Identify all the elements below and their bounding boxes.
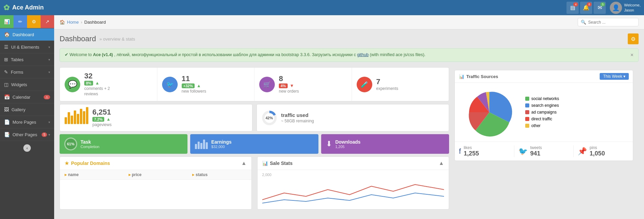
eb-1: [195, 144, 197, 149]
sidebar-item-other-pages[interactable]: 📑Other Pages 5 ▾: [0, 128, 54, 141]
sidebar-item-ui-elements[interactable]: ☰UI & Elements ▾: [0, 41, 54, 53]
breadcrumb: 🏠 Home › Dashboard: [60, 20, 106, 25]
traffic-sublabel: ~ 58GB remaining: [281, 119, 314, 123]
brand: ✿ Ace Admin: [3, 3, 44, 12]
pageviews-label: pageviews: [92, 122, 112, 127]
other-icon: 📑: [4, 132, 10, 137]
main-content: 💬 32 8% ▲ comments + 2 reviews: [54, 65, 454, 210]
github-link[interactable]: github: [357, 52, 369, 57]
experiments-label: experiments: [376, 86, 398, 91]
tweets-label: tweets: [530, 145, 542, 150]
forms-icon: ✎: [4, 69, 8, 75]
search-input[interactable]: [588, 20, 636, 25]
sidebar-tool-share[interactable]: ↗: [41, 15, 54, 28]
pageviews-arrow: ▲: [106, 117, 111, 122]
sidebar-item-gallery[interactable]: 🖼Gallery: [0, 103, 54, 116]
brand-text: Ace Admin: [12, 4, 44, 11]
top-nav: ✿ Ace Admin ▤ 4 🔔 8 ✉ 5 👤 Welcome, Jason: [0, 0, 644, 15]
messages-btn[interactable]: ▤ 4: [567, 2, 579, 14]
envelope-btn[interactable]: ✉ 5: [594, 2, 606, 14]
bell-btn[interactable]: 🔔 8: [580, 2, 592, 14]
pins-count: 1,050: [590, 150, 605, 157]
followers-label: new followers: [182, 89, 206, 94]
likes-count: 1,255: [464, 150, 479, 157]
legend-social: social networks: [525, 96, 559, 101]
comments-label2: reviews: [84, 92, 110, 96]
stats-row-1: 💬 32 8% ▲ comments + 2 reviews: [60, 67, 449, 101]
widgets-icon: ◫: [4, 82, 8, 87]
sidebar-tool-settings[interactable]: ⚙: [27, 15, 41, 28]
right-panel: 📊 Traffic Sources This Week ▾: [454, 65, 644, 210]
legend-search: search engines: [525, 103, 559, 108]
sale-collapse-btn[interactable]: ▲: [439, 160, 444, 166]
social-stats-row: f likes 1,255 🐦 tweets 941: [455, 142, 633, 161]
col-status-icon: ▸: [192, 172, 194, 177]
legend-dot-search: [525, 103, 529, 107]
orders-label: new orders: [279, 89, 299, 94]
social-likes: f likes 1,255: [459, 145, 510, 157]
col-name[interactable]: ▸ name: [60, 170, 124, 179]
forms-arrow-icon: ▾: [48, 70, 50, 74]
domains-title: ★ Popular Domains: [65, 161, 110, 166]
legend-label-search: search engines: [531, 103, 559, 108]
traffic-legend: social networks search engines ad campai…: [525, 96, 559, 128]
earnings-title: Earnings: [211, 139, 231, 145]
sidebar-item-tables[interactable]: ⊞Tables ▾: [0, 53, 54, 66]
popular-domains-panel: ★ Popular Domains ▲ ▸ name ▸: [60, 156, 252, 210]
legend-ad: ad campaigns: [525, 110, 559, 115]
pageviews-chart: [65, 112, 88, 124]
breadcrumb-home[interactable]: Home: [67, 20, 79, 25]
comments-icon-circle: 💬: [65, 77, 80, 92]
bell-badge: 8: [587, 2, 592, 6]
col-price[interactable]: ▸ price: [124, 170, 188, 179]
sidebar-item-more-pages[interactable]: 📄More Pages ▾: [0, 116, 54, 128]
legend-dot-direct: [525, 117, 529, 121]
sidebar-collapse-btn[interactable]: ‹: [23, 144, 31, 152]
earnings-subtitle: $32,000: [211, 145, 231, 149]
stat-comments: 💬 32 8% ▲ comments + 2 reviews: [60, 68, 157, 101]
search-bar[interactable]: 🔍: [578, 18, 639, 26]
breadcrumb-sep: ›: [81, 20, 82, 25]
social-tweets: 🐦 tweets 941: [514, 145, 570, 157]
sidebar-item-widgets[interactable]: ◫Widgets: [0, 78, 54, 91]
stats-row-2: 6,251 7.2% ▲ pageviews: [60, 104, 449, 131]
ui-arrow-icon: ▾: [48, 45, 50, 49]
sidebar-label-tables: Tables: [11, 57, 24, 62]
gallery-icon: 🖼: [4, 107, 9, 112]
sidebar-item-calendar[interactable]: 📅Calendar ⚠: [0, 91, 54, 103]
sidebar-item-dashboard[interactable]: 🏠Dashboard: [0, 28, 54, 41]
legend-dot-other: [525, 124, 529, 128]
other-arrow-icon: ▾: [48, 133, 50, 137]
this-week-btn[interactable]: This Week ▾: [600, 73, 629, 80]
sidebar-tool-edit[interactable]: ✏: [14, 15, 27, 28]
traffic-sources-panel: 📊 Traffic Sources This Week ▾: [454, 70, 633, 161]
followers-value: 11: [182, 75, 206, 82]
downloads-subtitle: 1,205: [335, 145, 361, 149]
traffic-percent: 42%: [265, 116, 273, 120]
col-status[interactable]: ▸ status: [187, 170, 251, 179]
sidebar-label-forms: Forms: [11, 70, 23, 75]
breadcrumb-current: Dashboard: [84, 20, 106, 25]
domains-collapse-btn[interactable]: ▲: [241, 160, 247, 166]
orders-change: 4%: [279, 83, 288, 88]
avatar: 👤: [610, 2, 622, 14]
sale-y-label: 2,000: [262, 173, 272, 177]
sale-stats-body: 2,000: [258, 170, 449, 209]
page-settings-btn[interactable]: ⚙: [628, 33, 639, 44]
breadcrumb-bar: 🏠 Home › Dashboard 🔍: [54, 15, 644, 29]
tables-arrow-icon: ▾: [48, 58, 50, 62]
traffic-panel-header: 📊 Traffic Sources This Week ▾: [455, 70, 633, 83]
pinterest-icon: 📌: [578, 147, 587, 156]
task-progress: 61%: [64, 138, 77, 150]
task-card: 61% Task Completion: [60, 134, 187, 154]
sidebar-tool-chart[interactable]: 📊: [0, 15, 14, 28]
experiments-value: 7: [376, 78, 398, 86]
twitter-icon: 🐦: [518, 147, 528, 156]
pageviews-value: 6,251: [92, 108, 112, 116]
page-subtitle: » overview & stats: [99, 36, 135, 42]
eb-5: [206, 142, 208, 149]
sidebar-item-forms[interactable]: ✎Forms ▾: [0, 66, 54, 78]
calendar-badge: ⚠: [44, 95, 50, 99]
user-menu[interactable]: 👤 Welcome, Jason: [610, 2, 641, 14]
alert-close-btn[interactable]: ×: [630, 52, 634, 58]
